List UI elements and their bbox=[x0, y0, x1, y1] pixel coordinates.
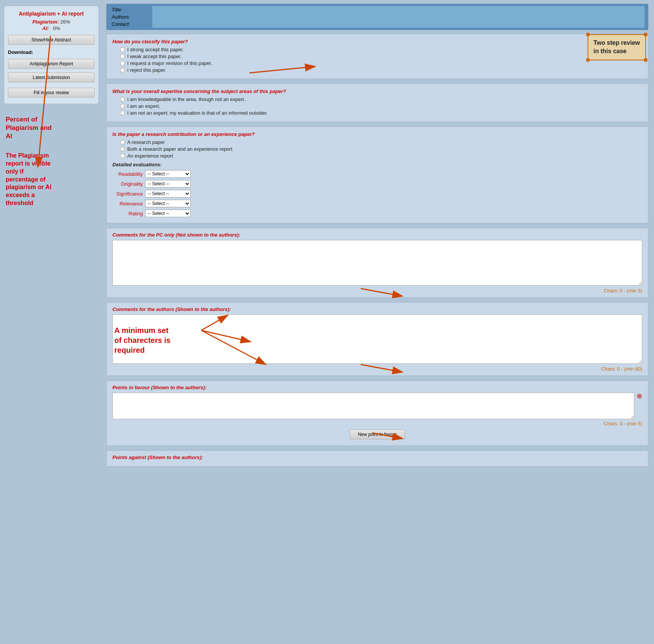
eval-row-relevance: Relevance -- Select -- Excellent Good Fa… bbox=[116, 199, 194, 208]
detailed-evals-label: Detailed evaluations: bbox=[112, 162, 642, 167]
title-value bbox=[152, 6, 645, 13]
sidebar-panel: Antiplagiarism + AI report Plagiarism: 2… bbox=[4, 6, 99, 104]
eval-row-significance: Significance -- Select -- Excellent Good… bbox=[116, 189, 194, 199]
q2-label-2: I am an expert. bbox=[127, 103, 160, 109]
q3-label-1: A research paper bbox=[127, 139, 165, 145]
q1-option-4[interactable]: I reject this paper. bbox=[120, 67, 642, 73]
q2-section: What is your overall expertise concernin… bbox=[106, 84, 648, 122]
q1-option-1[interactable]: I strong accept this paper. bbox=[120, 47, 642, 52]
fill-review-button[interactable]: Fill in your review bbox=[8, 88, 95, 98]
plagiarism-value: 26% bbox=[60, 19, 70, 25]
comments-pc-section: Comments for the PC only (Not shown to t… bbox=[106, 228, 648, 298]
eval-row-originality: Originality -- Select -- Excellent Good … bbox=[116, 179, 194, 189]
q3-label-2: Both a research paper and an experience … bbox=[127, 146, 232, 152]
originality-label: Originality bbox=[116, 179, 145, 189]
q1-radio-3[interactable] bbox=[120, 61, 125, 66]
plagiarism-line: Plagiarism: 26% bbox=[8, 19, 95, 25]
contact-label: Contact: bbox=[110, 21, 152, 28]
q2-label-3: I am not an expert; my evaluation is tha… bbox=[127, 110, 268, 116]
points-favour-chars: Chars: 0 - (min 5) bbox=[112, 421, 642, 426]
show-hide-abstract-button[interactable]: Show/Hide Abstract bbox=[8, 35, 95, 45]
q2-question: What is your overall expertise concernin… bbox=[112, 88, 642, 94]
q2-option-3[interactable]: I am not an expert; my evaluation is tha… bbox=[120, 110, 642, 116]
latest-submission-button[interactable]: Latest Submission bbox=[8, 73, 95, 82]
originality-select-cell: -- Select -- Excellent Good Fair Poor bbox=[145, 179, 194, 189]
q1-label-2: I weak accept this paper. bbox=[127, 54, 182, 59]
authors-label: Authors: bbox=[110, 13, 152, 21]
q3-option-2[interactable]: Both a research paper and an experience … bbox=[120, 146, 642, 152]
comments-pc-chars: Chars: 0 - (min 5) bbox=[112, 288, 642, 294]
callout-two-step: Two step reviewin this case bbox=[588, 34, 646, 60]
q2-option-1[interactable]: I am knowledgeable in the area, though n… bbox=[120, 96, 642, 102]
q1-label-4: I reject this paper. bbox=[127, 67, 166, 73]
q2-label-1: I am knowledgeable in the area, though n… bbox=[127, 96, 245, 102]
q1-radio-1[interactable] bbox=[120, 47, 125, 52]
annotation-threshold: The Plagiarism report is visible only if… bbox=[4, 152, 99, 207]
points-favour-section: Points in favour (Shown to the authors):… bbox=[106, 380, 648, 446]
q3-option-1[interactable]: A research paper bbox=[120, 139, 642, 145]
q3-radio-1[interactable] bbox=[120, 140, 125, 145]
remove-point-favour-button[interactable]: ⊗ bbox=[637, 393, 642, 399]
point-favour-row-1: ⊗ bbox=[112, 393, 642, 419]
q1-option-3[interactable]: I request a major revision of this paper… bbox=[120, 60, 642, 66]
q3-label-3: An experience report bbox=[127, 153, 173, 159]
contact-value bbox=[152, 21, 645, 28]
q1-label-1: I strong accept this paper. bbox=[127, 47, 184, 52]
q2-radio-3[interactable] bbox=[120, 110, 125, 115]
plagiarism-label: Plagiarism: bbox=[32, 19, 59, 25]
comments-authors-textarea[interactable] bbox=[112, 314, 642, 364]
corner-dot-tl bbox=[586, 33, 590, 36]
q1-radio-2[interactable] bbox=[120, 54, 125, 59]
corner-dot-br bbox=[644, 58, 648, 62]
readability-label: Readability bbox=[116, 169, 145, 179]
eval-table: Readability -- Select -- Excellent Good … bbox=[116, 169, 194, 218]
new-point-favour-button[interactable]: New point in favour bbox=[350, 429, 405, 439]
comments-authors-label: Comments for the authors (Shown to the a… bbox=[112, 306, 642, 312]
readability-select[interactable]: -- Select -- Excellent Good Fair Poor bbox=[145, 170, 191, 178]
points-against-label: Points against (Shown to the authors): bbox=[112, 455, 642, 460]
q3-radio-3[interactable] bbox=[120, 153, 125, 158]
q1-option-2[interactable]: I weak accept this paper. bbox=[120, 54, 642, 59]
corner-dot-tr bbox=[644, 33, 648, 36]
main-content: Title: Authors: Contact: How do you clas… bbox=[103, 0, 654, 644]
ai-label: AI: bbox=[43, 25, 49, 31]
relevance-select[interactable]: -- Select -- Excellent Good Fair Poor bbox=[145, 200, 191, 207]
q3-section: Is the paper a research contribution or … bbox=[106, 126, 648, 223]
ai-value: 0% bbox=[53, 25, 60, 31]
points-against-section: Points against (Shown to the authors): bbox=[106, 450, 648, 467]
q3-radio-2[interactable] bbox=[120, 147, 125, 152]
q2-option-2[interactable]: I am an expert. bbox=[120, 103, 642, 109]
callout-text: Two step reviewin this case bbox=[594, 39, 640, 54]
relevance-label: Relevance bbox=[116, 199, 145, 208]
significance-select[interactable]: -- Select -- Excellent Good Fair Poor bbox=[145, 190, 191, 197]
comments-authors-chars: Chars: 0 - (min 80) bbox=[112, 366, 642, 372]
authors-value bbox=[152, 13, 645, 21]
q1-label-3: I request a major revision of this paper… bbox=[127, 60, 212, 66]
rating-label: Rating bbox=[116, 208, 145, 218]
rating-select[interactable]: -- Select -- Excellent Good Fair Poor bbox=[145, 210, 191, 217]
point-favour-textarea-1[interactable] bbox=[112, 393, 634, 419]
originality-select[interactable]: -- Select -- Excellent Good Fair Poor bbox=[145, 180, 191, 188]
q3-option-3[interactable]: An experience report bbox=[120, 153, 642, 159]
download-label: Download: bbox=[8, 49, 95, 55]
comments-pc-textarea[interactable] bbox=[112, 240, 642, 286]
rating-select-cell: -- Select -- Excellent Good Fair Poor bbox=[145, 208, 194, 218]
q1-radio-4[interactable] bbox=[120, 68, 125, 73]
significance-label: Significance bbox=[116, 189, 145, 199]
comments-authors-section: Comments for the authors (Shown to the a… bbox=[106, 302, 648, 376]
eval-row-readability: Readability -- Select -- Excellent Good … bbox=[116, 169, 194, 179]
ai-line: AI: 0% bbox=[8, 25, 95, 31]
q3-question: Is the paper a research contribution or … bbox=[112, 131, 642, 137]
q1-section: How do you classify this paper? I strong… bbox=[106, 34, 648, 79]
comments-pc-label: Comments for the PC only (Not shown to t… bbox=[112, 232, 642, 238]
corner-dot-bl bbox=[586, 58, 590, 62]
readability-select-cell: -- Select -- Excellent Good Fair Poor bbox=[145, 169, 194, 179]
q1-question: How do you classify this paper? bbox=[112, 39, 642, 44]
annotation-plagiarism-ai: Percent of Plagiarism and AI bbox=[4, 115, 99, 140]
q2-radio-2[interactable] bbox=[120, 104, 125, 109]
relevance-select-cell: -- Select -- Excellent Good Fair Poor bbox=[145, 199, 194, 208]
q2-radio-1[interactable] bbox=[120, 97, 125, 102]
title-label: Title: bbox=[110, 6, 152, 13]
antiplagiarism-report-button[interactable]: Antiplagiarism Report bbox=[8, 59, 95, 69]
eval-row-rating: Rating -- Select -- Excellent Good Fair … bbox=[116, 208, 194, 218]
